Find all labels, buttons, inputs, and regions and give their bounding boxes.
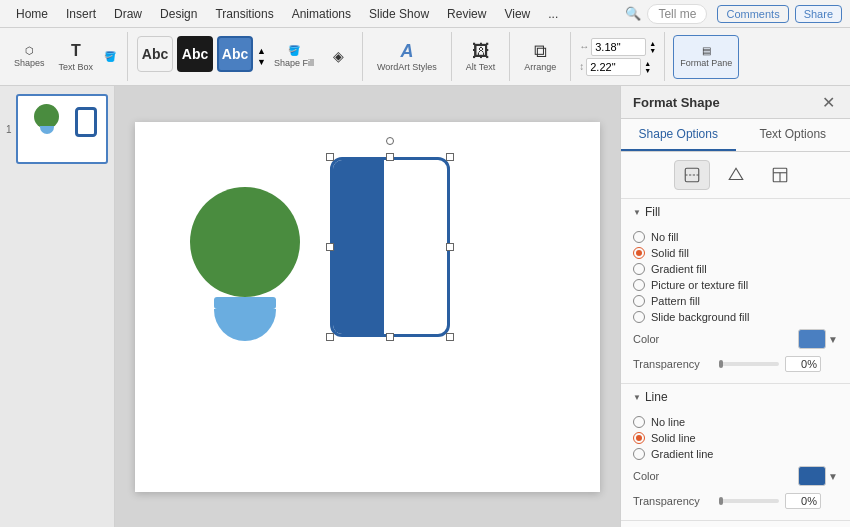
fill-background-option[interactable]: Slide background fill: [633, 309, 838, 325]
fill-color-button[interactable]: [798, 329, 826, 349]
fill-solid-option[interactable]: Solid fill: [633, 245, 838, 261]
comments-button[interactable]: Comments: [717, 5, 788, 23]
wordart-icon: A: [400, 42, 413, 60]
handle-top-mid[interactable]: [386, 153, 394, 161]
menu-more[interactable]: ...: [540, 5, 566, 23]
wordart-button[interactable]: A WordArt Styles: [371, 35, 443, 79]
menu-review[interactable]: Review: [439, 5, 494, 23]
height-up-button[interactable]: ▲: [644, 60, 651, 67]
shape-icon: [727, 166, 745, 184]
menu-transitions[interactable]: Transitions: [207, 5, 281, 23]
menu-slideshow[interactable]: Slide Show: [361, 5, 437, 23]
fill-transparency-slider[interactable]: [719, 362, 779, 366]
width-up-button[interactable]: ▲: [649, 40, 656, 47]
handle-mid-right[interactable]: [446, 243, 454, 251]
line-no-line-radio[interactable]: [633, 416, 645, 428]
width-down-button[interactable]: ▼: [649, 47, 656, 54]
tab-shape-options[interactable]: Shape Options: [621, 119, 736, 151]
bulb-neck: [214, 297, 276, 309]
menu-insert[interactable]: Insert: [58, 5, 104, 23]
size-inputs: ↔ 3.18" ▲ ▼ ↕ 2.22" ▲ ▼: [579, 38, 656, 76]
rotate-handle[interactable]: [386, 137, 394, 145]
size-group: ↔ 3.18" ▲ ▼ ↕ 2.22" ▲ ▼: [579, 32, 665, 81]
fill-pattern-option[interactable]: Pattern fill: [633, 293, 838, 309]
fill-gradient-option[interactable]: Gradient fill: [633, 261, 838, 277]
fill-gradient-label: Gradient fill: [651, 263, 707, 275]
selected-shape[interactable]: [330, 157, 450, 337]
tab-text-options[interactable]: Text Options: [736, 119, 851, 151]
menu-view[interactable]: View: [496, 5, 538, 23]
format-pane-button[interactable]: ▤ Format Pane: [673, 35, 739, 79]
handle-bottom-right[interactable]: [446, 333, 454, 341]
shape-fill-button[interactable]: 🪣 Shape Fill: [268, 35, 320, 79]
line-gradient-radio[interactable]: [633, 448, 645, 460]
height-input-row: ↕ 2.22" ▲ ▼: [579, 58, 656, 76]
textbox-button[interactable]: T Text Box: [53, 35, 100, 79]
handle-bottom-left[interactable]: [326, 333, 334, 341]
height-input[interactable]: 2.22": [586, 58, 641, 76]
shape-styles-scroll-up[interactable]: ▲: [257, 46, 266, 56]
fill-color-picker-wrapper: ▼: [798, 329, 838, 349]
fill-picture-option[interactable]: Picture or texture fill: [633, 277, 838, 293]
handle-bottom-mid[interactable]: [386, 333, 394, 341]
toolbar: ⬡ Shapes T Text Box 🪣 Abc Abc Abc ▲ ▼: [0, 28, 850, 86]
line-solid-option[interactable]: Solid line: [633, 430, 838, 446]
fill-gradient-radio[interactable]: [633, 263, 645, 275]
shape-style-2-button[interactable]: Abc: [177, 36, 213, 72]
line-gradient-option[interactable]: Gradient line: [633, 446, 838, 462]
slide-thumb-content: [19, 99, 104, 159]
line-no-line-label: No line: [651, 416, 685, 428]
line-section-header[interactable]: ▼ Line: [621, 384, 850, 410]
line-color-row: Color ▼: [633, 462, 838, 490]
fill-pattern-radio[interactable]: [633, 295, 645, 307]
handle-top-left[interactable]: [326, 153, 334, 161]
icon-tab-shape[interactable]: [718, 160, 754, 190]
fill-no-fill-option[interactable]: No fill: [633, 229, 838, 245]
icon-tab-layout[interactable]: [762, 160, 798, 190]
line-collapse-arrow: ▼: [633, 393, 641, 402]
fill-transparency-value[interactable]: [785, 356, 821, 372]
menu-design[interactable]: Design: [152, 5, 205, 23]
panel-close-button[interactable]: ✕: [818, 92, 838, 112]
menu-animations[interactable]: Animations: [284, 5, 359, 23]
line-solid-radio[interactable]: [633, 432, 645, 444]
share-button[interactable]: Share: [795, 5, 842, 23]
handle-top-right[interactable]: [446, 153, 454, 161]
fill-background-radio[interactable]: [633, 311, 645, 323]
slide-thumbnail[interactable]: [16, 94, 108, 164]
handle-mid-left[interactable]: [326, 243, 334, 251]
shape-style-3-button[interactable]: Abc: [217, 36, 253, 72]
arrange-button[interactable]: ⧉ Arrange: [518, 35, 562, 79]
fill-picture-radio[interactable]: [633, 279, 645, 291]
menubar: Home Insert Draw Design Transitions Anim…: [0, 0, 850, 28]
fill-solid-radio-inner: [636, 250, 642, 256]
menu-home[interactable]: Home: [8, 5, 56, 23]
fill-section-header[interactable]: ▼ Fill: [621, 199, 850, 225]
shape-style-1-button[interactable]: Abc: [137, 36, 173, 72]
line-color-picker-wrapper: ▼: [798, 466, 838, 486]
menu-draw[interactable]: Draw: [106, 5, 150, 23]
tell-me-input[interactable]: Tell me: [647, 4, 707, 24]
shapes-button[interactable]: ⬡ Shapes: [8, 35, 51, 79]
width-input[interactable]: 3.18": [591, 38, 646, 56]
format-panel: Format Shape ✕ Shape Options Text Option…: [620, 86, 850, 527]
fill-solid-radio[interactable]: [633, 247, 645, 259]
fill-no-fill-radio[interactable]: [633, 231, 645, 243]
canvas-area[interactable]: [115, 86, 620, 527]
more-shapes-button[interactable]: 🪣: [101, 35, 119, 79]
line-transparency-slider[interactable]: [719, 499, 779, 503]
line-color-dropdown-arrow[interactable]: ▼: [828, 471, 838, 482]
shape-effects-button[interactable]: ◈: [322, 35, 354, 79]
icon-tab-fill[interactable]: [674, 160, 710, 190]
alt-text-button[interactable]: 🖼 Alt Text: [460, 35, 501, 79]
line-color-button[interactable]: [798, 466, 826, 486]
line-no-line-option[interactable]: No line: [633, 414, 838, 430]
lightbulb-shape[interactable]: [190, 187, 300, 341]
shape-styles-scroll-down[interactable]: ▼: [257, 57, 266, 67]
height-icon: ↕: [579, 61, 584, 72]
paint-bucket-icon: 🪣: [104, 51, 116, 62]
line-transparency-value[interactable]: [785, 493, 821, 509]
slide-canvas[interactable]: [135, 122, 600, 492]
height-down-button[interactable]: ▼: [644, 67, 651, 74]
fill-color-dropdown-arrow[interactable]: ▼: [828, 334, 838, 345]
